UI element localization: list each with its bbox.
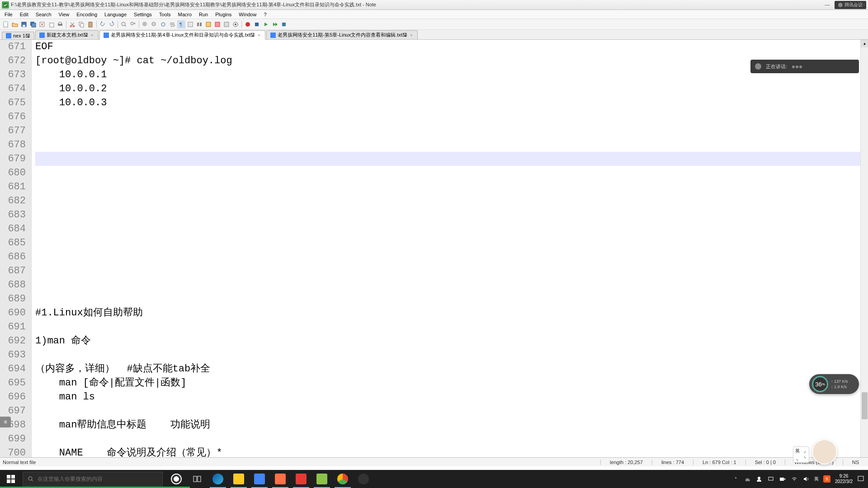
replace-icon[interactable] <box>129 20 137 28</box>
editor-line[interactable] <box>35 278 868 292</box>
indent-guide-icon[interactable] <box>186 20 194 28</box>
tab-3[interactable]: 老男孩网络安全11期-第5章-Linux文件内容查看和编辑.txt🖫 × <box>266 30 418 39</box>
task-qq[interactable] <box>354 470 373 488</box>
sync-icon[interactable] <box>159 20 167 28</box>
editor-line[interactable]: man帮助信息中标题 功能说明 <box>35 418 868 432</box>
tab-close-icon[interactable]: × <box>409 33 414 38</box>
notification-icon[interactable] <box>857 475 864 483</box>
editor-line[interactable]: man ls <box>35 390 868 404</box>
editor-line[interactable] <box>35 124 868 138</box>
maximize-button[interactable]: ❐ <box>842 1 849 8</box>
function-list-icon[interactable] <box>204 20 212 28</box>
new-file-icon[interactable] <box>2 20 10 28</box>
editor-line[interactable]: man [命令|配置文件|函数] <box>35 376 868 390</box>
menu-run[interactable]: Run <box>195 11 212 18</box>
folder-icon[interactable] <box>195 20 203 28</box>
scrollbar-thumb[interactable] <box>862 392 868 419</box>
tray-screen-icon[interactable] <box>767 475 774 483</box>
zoom-in-icon[interactable] <box>141 20 149 28</box>
tray-ime-label[interactable]: 英 <box>814 476 819 482</box>
task-cortana[interactable] <box>166 470 186 488</box>
editor-line[interactable]: 10.0.0.2 <box>35 82 868 96</box>
editor-line[interactable]: 10.0.0.1 <box>35 68 868 82</box>
tray-camera-icon[interactable] <box>779 475 786 483</box>
avatar[interactable] <box>812 439 837 465</box>
editor-content[interactable]: EOF[root@oldboy ~]# cat ~/oldboy.log 10.… <box>32 40 868 466</box>
paste-icon[interactable] <box>86 20 94 28</box>
doc-list-icon[interactable] <box>222 20 231 28</box>
task-notepadpp[interactable] <box>312 470 332 488</box>
editor-line[interactable] <box>35 222 868 236</box>
tab-1[interactable]: 新建文本文档.txt🖫 × <box>35 30 99 39</box>
stop-macro-icon[interactable] <box>253 20 261 28</box>
task-explorer[interactable] <box>229 470 249 488</box>
close-button[interactable]: ✕ <box>860 1 867 8</box>
editor-line[interactable] <box>35 110 868 124</box>
record-macro-icon[interactable] <box>244 20 252 28</box>
tray-wifi-icon[interactable] <box>791 475 798 483</box>
editor-line[interactable] <box>35 292 868 306</box>
tray-sogou-icon[interactable]: S <box>823 475 830 483</box>
monitor-icon[interactable] <box>231 20 240 28</box>
menu-edit[interactable]: Edit <box>16 11 32 18</box>
editor-line[interactable]: （内容多，详细） #缺点不能tab补全 <box>35 362 868 376</box>
word-wrap-icon[interactable] <box>168 20 176 28</box>
voice-indicator[interactable]: 正在讲话: <box>750 60 859 73</box>
taskbar-search[interactable] <box>23 472 163 486</box>
find-icon[interactable] <box>120 20 128 28</box>
editor-line[interactable]: EOF <box>35 40 868 54</box>
task-chrome[interactable] <box>333 470 353 488</box>
tab-0[interactable]: nex 1🖫 <box>2 32 34 39</box>
minimize-button[interactable]: — <box>824 1 831 8</box>
menu-tools[interactable]: Tools <box>156 11 175 18</box>
editor-line[interactable] <box>35 152 868 166</box>
taskbar-clock[interactable]: 9:26 2022/3/2 <box>835 474 853 484</box>
open-file-icon[interactable] <box>11 20 19 28</box>
save-icon[interactable] <box>20 20 28 28</box>
tab-2[interactable]: 老男孩网络安全11期-第4章-Linux文件和目录知识与命令实践.txt🖫 × <box>99 30 266 40</box>
editor[interactable]: 6716726736746756766776786796806816826836… <box>0 40 868 466</box>
editor-line[interactable] <box>35 236 868 250</box>
tab-close-icon[interactable]: × <box>257 33 261 38</box>
doc-map-icon[interactable] <box>213 20 222 28</box>
print-icon[interactable] <box>56 20 64 28</box>
zoom-out-icon[interactable] <box>150 20 158 28</box>
vertical-scrollbar[interactable]: ▲ ▼ <box>860 40 868 466</box>
start-button[interactable] <box>0 470 22 488</box>
editor-line[interactable] <box>35 180 868 194</box>
editor-line[interactable]: #1.Linux如何自助帮助 <box>35 306 868 320</box>
play-macro-icon[interactable] <box>262 20 270 28</box>
show-all-chars-icon[interactable]: ¶ <box>177 20 185 28</box>
task-app1[interactable] <box>250 470 269 488</box>
editor-line[interactable] <box>35 208 868 222</box>
editor-line[interactable] <box>35 432 868 446</box>
task-app3[interactable] <box>291 470 311 488</box>
tray-volume-icon[interactable] <box>802 475 810 483</box>
editor-line[interactable] <box>35 138 868 152</box>
editor-line[interactable] <box>35 194 868 208</box>
task-app2[interactable] <box>270 470 290 488</box>
editor-line[interactable] <box>35 264 868 278</box>
menu-encoding[interactable]: Encoding <box>73 11 101 18</box>
editor-line[interactable] <box>35 250 868 264</box>
save-macro-icon[interactable] <box>280 20 288 28</box>
menu-help[interactable]: ? <box>260 11 270 18</box>
menu-language[interactable]: Language <box>101 11 130 18</box>
editor-line[interactable]: [root@oldboy ~]# cat ~/oldboy.log <box>35 54 868 68</box>
tab-close-icon[interactable]: × <box>90 33 94 38</box>
close-all-icon[interactable] <box>47 20 55 28</box>
tray-people-icon[interactable] <box>755 475 763 483</box>
editor-line[interactable] <box>35 320 868 334</box>
network-speed-widget[interactable]: 36% 137 K/s 1.9 K/s <box>809 374 859 394</box>
undo-icon[interactable] <box>99 20 107 28</box>
tray-chevron-up-icon[interactable]: ˄ <box>732 475 739 483</box>
menu-macro[interactable]: Macro <box>174 11 195 18</box>
editor-line[interactable] <box>35 404 868 418</box>
scroll-up-icon[interactable]: ▲ <box>861 40 868 47</box>
ime-indicator[interactable]: 英⸝⸜⸌ <box>793 446 809 463</box>
task-edge[interactable] <box>208 470 228 488</box>
menu-file[interactable]: File <box>1 11 16 18</box>
search-input[interactable] <box>38 476 158 482</box>
copy-icon[interactable] <box>77 20 85 28</box>
side-panel-toggle[interactable]: ≡ <box>0 417 11 427</box>
